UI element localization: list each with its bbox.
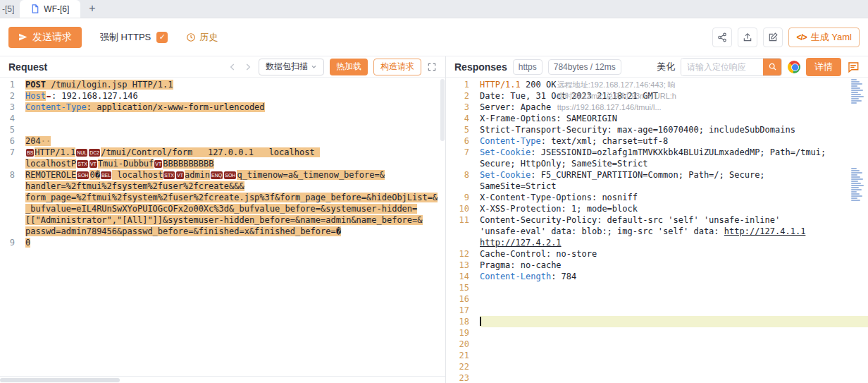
line-content[interactable] [480, 350, 868, 361]
code-line[interactable]: 9X-Content-Type-Options: nosniff [446, 192, 868, 203]
code-line[interactable]: 8REMOTEROLESOH0�BEL localhostSTXVTadminE… [0, 169, 445, 181]
construct-request-button[interactable]: 构造请求 [373, 59, 421, 75]
code-line[interactable]: 20 [446, 339, 868, 350]
send-request-button[interactable]: 发送请求 [8, 27, 82, 48]
line-content[interactable]: http://127.4.2.1 [480, 237, 868, 248]
code-line[interactable]: [["Administrator","[All]"]]&systemuser-h… [0, 214, 445, 226]
line-content[interactable] [480, 282, 868, 293]
search-input[interactable] [681, 59, 763, 75]
line-content[interactable]: X-Content-Type-Options: nosniff [480, 192, 868, 203]
line-content[interactable]: 204·· [25, 135, 445, 147]
code-line[interactable]: 13Pragma: no-cache [446, 260, 868, 271]
code-line[interactable]: 2Date: Tue, 31 Oct 2023 21:18:21 GMT [446, 90, 868, 102]
code-line[interactable]: 4 [0, 113, 445, 124]
line-content[interactable]: Content-Length: 784 [480, 271, 868, 282]
line-content[interactable] [480, 327, 868, 339]
code-line[interactable]: 6204·· [0, 135, 445, 147]
code-line[interactable]: 6Content-Type: text/xml; charset=utf-8 [446, 135, 868, 147]
minimap[interactable] [851, 79, 867, 383]
share-button[interactable] [712, 28, 732, 47]
tab-partial[interactable]: -[5] [0, 4, 20, 18]
code-line[interactable]: 90 [0, 237, 445, 248]
open-in-chrome-button[interactable] [788, 61, 800, 73]
response-editor[interactable]: 远程地址:192.168.127.146:443; 响 应时间:12ms; 总耗… [446, 78, 868, 383]
request-editor-hscroll-thumb[interactable] [0, 378, 120, 382]
request-editor-hscrollbar[interactable] [0, 376, 445, 383]
response-extra-button[interactable] [847, 61, 860, 73]
code-line[interactable]: 4X-Frame-Options: SAMEORIGIN [446, 113, 868, 124]
line-content[interactable]: Pragma: no-cache [480, 260, 868, 271]
line-content[interactable]: Set-Cookie: JSESSIONID=ozlafg1mTMVKXkbk4… [480, 147, 868, 158]
code-line[interactable]: 19 [446, 327, 868, 339]
fullscreen-button[interactable] [427, 62, 437, 72]
line-content[interactable]: Set-Cookie: F5_CURRENT_PARTITION=Common;… [480, 169, 868, 181]
code-line[interactable]: 3Content-Type: application/x-www-form-ur… [0, 102, 445, 113]
line-content[interactable]: Host: 192.168.127.146 [25, 90, 445, 102]
line-content[interactable]: Cache-Control: no-store [480, 248, 868, 260]
line-content[interactable]: REMOTEROLESOH0�BEL localhostSTXVTadminEN… [25, 169, 445, 181]
code-line[interactable]: localhostPSTXVTTmui-DubbufVTBBBBBBBBBB [0, 158, 445, 169]
hot-reload-button[interactable]: 热加载 [330, 59, 368, 75]
code-line[interactable]: 15 [446, 282, 868, 293]
line-content[interactable] [480, 316, 868, 327]
request-editor[interactable]: 1POST /tmui/login.jsp HTTP/1.12Host: 192… [0, 78, 445, 376]
line-content[interactable]: Server: Apache [480, 102, 868, 113]
line-content[interactable]: form_page=%2ftmui%2fsystem%2fuser%2fcrea… [25, 192, 445, 203]
line-content[interactable]: 'unsafe-eval' data: blob:; img-src 'self… [480, 226, 868, 237]
line-content[interactable]: X-XSS-Protection: 1; mode=block [480, 203, 868, 214]
code-line[interactable]: Secure; HttpOnly; SameSite=Strict [446, 158, 868, 169]
line-content[interactable] [25, 113, 445, 124]
code-line[interactable]: passwd=admin789456&passwd_before=&finish… [0, 226, 445, 237]
code-line[interactable]: 10X-XSS-Protection: 1; mode=block [446, 203, 868, 214]
next-request-button[interactable] [243, 62, 253, 72]
new-tab-button[interactable]: + [89, 2, 95, 18]
code-line[interactable]: 12Cache-Control: no-store [446, 248, 868, 260]
code-line[interactable]: handler=%2ftmui%2fsystem%2fuser%2fcreate… [0, 181, 445, 192]
code-line[interactable]: 7Set-Cookie: JSESSIONID=ozlafg1mTMVKXkbk… [446, 147, 868, 158]
force-https-checkbox[interactable]: ✓ [156, 32, 168, 43]
line-content[interactable]: POST /tmui/login.jsp HTTP/1.1 [25, 79, 445, 90]
line-content[interactable]: passwd=admin789456&passwd_before=&finish… [25, 226, 445, 237]
code-line[interactable]: 5Strict-Transport-Security: max-age=1607… [446, 124, 868, 135]
search-button[interactable] [763, 59, 781, 75]
code-line[interactable]: 8Set-Cookie: F5_CURRENT_PARTITION=Common… [446, 169, 868, 181]
line-content[interactable]: BSHTTP/1.1NULDC2/tmui/Control/form 127.0… [25, 147, 445, 158]
tab-active[interactable]: WF-[6] [20, 0, 80, 18]
line-content[interactable]: Content-Type: application/x-www-form-url… [25, 102, 445, 113]
line-content[interactable]: Strict-Transport-Security: max-age=16070… [480, 124, 868, 135]
packet-scan-button[interactable]: 数据包扫描 [259, 59, 324, 75]
line-content[interactable]: Secure; HttpOnly; SameSite=Strict [480, 158, 868, 169]
line-content[interactable]: handler=%2ftmui%2fsystem%2fuser%2fcreate… [25, 181, 445, 192]
code-line[interactable]: 2Host: 192.168.127.146 [0, 90, 445, 102]
code-line[interactable]: 1POST /tmui/login.jsp HTTP/1.1 [0, 79, 445, 90]
line-content[interactable]: 0 [25, 237, 445, 248]
beautify-button[interactable]: 美化 [657, 61, 675, 73]
code-line[interactable]: _bufvalue=eIL4RUnSwXYoPUIOGcOFx2o00Xc%3d… [0, 203, 445, 214]
code-line[interactable]: SameSite=Strict [446, 181, 868, 192]
code-line[interactable]: 22 [446, 361, 868, 372]
code-line[interactable]: 21 [446, 350, 868, 361]
line-content[interactable] [480, 361, 868, 372]
code-line[interactable]: 7BSHTTP/1.1NULDC2/tmui/Control/form 127.… [0, 147, 445, 158]
line-content[interactable]: X-Frame-Options: SAMEORIGIN [480, 113, 868, 124]
line-content[interactable]: [["Administrator","[All]"]]&systemuser-h… [25, 214, 445, 226]
details-button[interactable]: 详情 [806, 58, 841, 76]
request-editor-vscrollbar[interactable] [440, 79, 445, 141]
code-line[interactable]: 5 [0, 124, 445, 135]
line-content[interactable]: Content-Security-Policy: default-src 'se… [480, 214, 868, 226]
line-content[interactable]: SameSite=Strict [480, 181, 868, 192]
export-button[interactable] [738, 28, 757, 47]
prev-request-button[interactable] [228, 62, 237, 72]
code-line[interactable]: 18 [446, 316, 868, 327]
code-line[interactable]: 3Server: Apache [446, 102, 868, 113]
code-line[interactable]: 23 [446, 372, 868, 383]
code-line[interactable]: 14Content-Length: 784 [446, 271, 868, 282]
generate-yaml-button[interactable]: </> 生成 Yaml [788, 28, 860, 47]
line-content[interactable]: Date: Tue, 31 Oct 2023 21:18:21 GMT [480, 90, 868, 102]
line-content[interactable]: HTTP/1.1 200 OK [480, 79, 868, 90]
line-content[interactable]: _bufvalue=eIL4RUnSwXYoPUIOGcOFx2o00Xc%3d… [25, 203, 445, 214]
code-line[interactable]: 1HTTP/1.1 200 OK [446, 79, 868, 90]
history-button[interactable]: 历史 [186, 31, 218, 44]
code-line[interactable]: 16 [446, 293, 868, 305]
line-content[interactable] [480, 293, 868, 305]
